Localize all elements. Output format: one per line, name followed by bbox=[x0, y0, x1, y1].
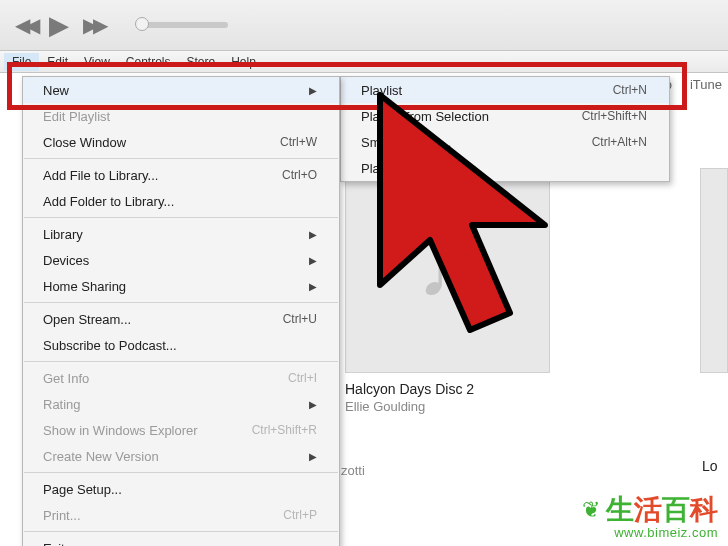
menu-item-subscribe-podcast[interactable]: Subscribe to Podcast... bbox=[23, 332, 339, 358]
menu-shortcut: Ctrl+O bbox=[282, 168, 317, 182]
menu-item-page-setup[interactable]: Page Setup... bbox=[23, 476, 339, 502]
menu-item-label: Playlist Folder bbox=[361, 161, 443, 176]
menu-item-print: Print... Ctrl+P bbox=[23, 502, 339, 528]
watermark-text: 生活百科 bbox=[606, 495, 718, 526]
menu-separator bbox=[24, 531, 338, 532]
album-card[interactable]: ♫ Halcyon Days Disc 2 Ellie Goulding bbox=[345, 168, 550, 414]
menu-item-label: Devices bbox=[43, 253, 89, 268]
menu-item-label: Get Info bbox=[43, 371, 89, 386]
menu-item-label: Add File to Library... bbox=[43, 168, 158, 183]
menu-shortcut: Ctrl+N bbox=[613, 83, 647, 97]
menu-item-label: Add Folder to Library... bbox=[43, 194, 174, 209]
menu-item-label: Show in Windows Explorer bbox=[43, 423, 198, 438]
menu-item-label: Print... bbox=[43, 508, 81, 523]
album-title-fragment: Lo bbox=[702, 458, 718, 474]
play-button[interactable]: ▶ bbox=[49, 10, 69, 41]
submenu-arrow-icon: ▶ bbox=[309, 281, 317, 292]
menu-separator bbox=[24, 302, 338, 303]
file-menu-dropdown: New ▶ Edit Playlist Close Window Ctrl+W … bbox=[22, 76, 340, 546]
watermark-url: www.bimeiz.com bbox=[582, 526, 718, 540]
menu-item-label: Open Stream... bbox=[43, 312, 131, 327]
album-title: Halcyon Days Disc 2 bbox=[345, 381, 550, 397]
playback-controls: ◀◀ ▶ ▶▶ bbox=[15, 10, 103, 41]
album-art-placeholder: ♫ bbox=[345, 168, 550, 373]
submenu-arrow-icon: ▶ bbox=[309, 229, 317, 240]
submenu-arrow-icon: ▶ bbox=[309, 85, 317, 96]
menu-shortcut: Ctrl+Alt+N bbox=[592, 135, 647, 149]
menu-item-library[interactable]: Library ▶ bbox=[23, 221, 339, 247]
menu-item-label: Rating bbox=[43, 397, 81, 412]
volume-slider[interactable] bbox=[138, 22, 228, 28]
menu-view[interactable]: View bbox=[76, 53, 118, 71]
menu-shortcut: Ctrl+I bbox=[288, 371, 317, 385]
menu-separator bbox=[24, 158, 338, 159]
menu-help[interactable]: Help bbox=[223, 53, 264, 71]
menu-item-label: Close Window bbox=[43, 135, 126, 150]
menu-store[interactable]: Store bbox=[179, 53, 224, 71]
menu-item-label: Create New Version bbox=[43, 449, 159, 464]
menu-item-label: Library bbox=[43, 227, 83, 242]
menu-item-get-info: Get Info Ctrl+I bbox=[23, 365, 339, 391]
next-track-button[interactable]: ▶▶ bbox=[83, 13, 103, 37]
menu-item-home-sharing[interactable]: Home Sharing ▶ bbox=[23, 273, 339, 299]
submenu-item-smart-playlist[interactable]: Smart Playlist... Ctrl+Alt+N bbox=[341, 129, 669, 155]
submenu-arrow-icon: ▶ bbox=[309, 255, 317, 266]
leaf-icon: ❦ bbox=[582, 498, 600, 522]
submenu-item-playlist[interactable]: Playlist Ctrl+N bbox=[341, 77, 669, 103]
menu-shortcut: Ctrl+Shift+R bbox=[252, 423, 317, 437]
menu-item-label: Home Sharing bbox=[43, 279, 126, 294]
menu-bar: File Edit View Controls Store Help bbox=[0, 51, 728, 73]
menu-item-rating: Rating ▶ bbox=[23, 391, 339, 417]
menu-item-label: Playlist bbox=[361, 83, 402, 98]
menu-shortcut: Ctrl+W bbox=[280, 135, 317, 149]
album-art-placeholder bbox=[700, 168, 728, 373]
submenu-arrow-icon: ▶ bbox=[309, 451, 317, 462]
menu-item-devices[interactable]: Devices ▶ bbox=[23, 247, 339, 273]
nav-itunes-store[interactable]: iTune bbox=[690, 77, 722, 92]
menu-shortcut: Ctrl+Shift+N bbox=[582, 109, 647, 123]
new-submenu: Playlist Ctrl+N Playlist from Selection … bbox=[340, 76, 670, 182]
submenu-item-playlist-from-selection[interactable]: Playlist from Selection Ctrl+Shift+N bbox=[341, 103, 669, 129]
menu-item-label: New bbox=[43, 83, 69, 98]
submenu-item-playlist-folder[interactable]: Playlist Folder bbox=[341, 155, 669, 181]
watermark: ❦ 生活百科 www.bimeiz.com bbox=[582, 495, 718, 540]
menu-item-new[interactable]: New ▶ bbox=[23, 77, 339, 103]
menu-item-show-in-explorer: Show in Windows Explorer Ctrl+Shift+R bbox=[23, 417, 339, 443]
menu-controls[interactable]: Controls bbox=[118, 53, 179, 71]
menu-edit[interactable]: Edit bbox=[39, 53, 76, 71]
menu-item-label: Exit bbox=[43, 541, 65, 547]
menu-separator bbox=[24, 472, 338, 473]
album-artist: Ellie Goulding bbox=[345, 399, 550, 414]
menu-separator bbox=[24, 361, 338, 362]
menu-item-label: Playlist from Selection bbox=[361, 109, 489, 124]
menu-item-create-new-version: Create New Version ▶ bbox=[23, 443, 339, 469]
album-grid: ♫ Halcyon Days Disc 2 Ellie Goulding bbox=[345, 168, 550, 414]
menu-item-open-stream[interactable]: Open Stream... Ctrl+U bbox=[23, 306, 339, 332]
menu-shortcut: Ctrl+P bbox=[283, 508, 317, 522]
app-window: ◀◀ ▶ ▶▶ File Edit View Controls Store He… bbox=[0, 0, 728, 546]
menu-item-add-file[interactable]: Add File to Library... Ctrl+O bbox=[23, 162, 339, 188]
menu-item-label: Smart Playlist... bbox=[361, 135, 451, 150]
playback-toolbar: ◀◀ ▶ ▶▶ bbox=[0, 0, 728, 51]
menu-item-edit-playlist: Edit Playlist bbox=[23, 103, 339, 129]
menu-file[interactable]: File bbox=[4, 53, 39, 71]
menu-item-add-folder[interactable]: Add Folder to Library... bbox=[23, 188, 339, 214]
menu-item-label: Page Setup... bbox=[43, 482, 122, 497]
menu-separator bbox=[24, 217, 338, 218]
menu-item-label: Edit Playlist bbox=[43, 109, 110, 124]
menu-item-label: Subscribe to Podcast... bbox=[43, 338, 177, 353]
volume-knob[interactable] bbox=[135, 17, 149, 31]
menu-shortcut: Ctrl+U bbox=[283, 312, 317, 326]
menu-item-close-window[interactable]: Close Window Ctrl+W bbox=[23, 129, 339, 155]
submenu-arrow-icon: ▶ bbox=[309, 399, 317, 410]
album-artist-fragment: zotti bbox=[341, 463, 365, 478]
music-note-icon: ♫ bbox=[414, 219, 482, 322]
menu-item-exit[interactable]: Exit bbox=[23, 535, 339, 546]
previous-track-button[interactable]: ◀◀ bbox=[15, 13, 35, 37]
